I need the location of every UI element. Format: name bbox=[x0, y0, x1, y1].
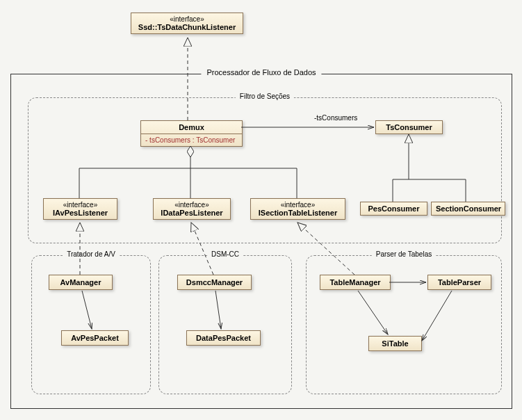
class-name-label: TableParser bbox=[428, 278, 491, 286]
stereotype-label: «interface» bbox=[158, 201, 226, 209]
class-name-label: DsmccManager bbox=[178, 278, 251, 286]
class-name-label: ISectionTableListener bbox=[255, 209, 341, 217]
stereotype-label: «interface» bbox=[48, 201, 113, 209]
class-name-label: DataPesPacket bbox=[187, 334, 260, 342]
stereotype-label: «interface» bbox=[136, 15, 238, 23]
class-ssd-tsdatachunklistener: «interface» Ssd::TsDataChunkListener bbox=[131, 13, 243, 34]
class-sectionconsumer: SectionConsumer bbox=[431, 202, 505, 216]
class-idatapeslistener: «interface» IDataPesListener bbox=[153, 198, 231, 220]
class-attrs: - tsConsumers : TsConsumer bbox=[141, 134, 242, 146]
class-name-label: IAvPesListener bbox=[48, 209, 113, 217]
class-sitable: SiTable bbox=[368, 336, 422, 351]
class-name-label: IDataPesListener bbox=[158, 209, 226, 217]
class-iavpeslistener: «interface» IAvPesListener bbox=[43, 198, 117, 220]
class-pesconsumer: PesConsumer bbox=[360, 202, 427, 216]
class-name-label: SectionConsumer bbox=[436, 204, 500, 213]
class-name-label: Ssd::TsDataChunkListener bbox=[136, 23, 238, 31]
class-avpespacket: AvPesPacket bbox=[61, 330, 129, 346]
class-avmanager: AvManager bbox=[49, 275, 113, 290]
assoc-label-tsconsumers: -tsConsumers bbox=[313, 114, 359, 122]
frame-title-dsmcc: DSM-CC bbox=[207, 250, 243, 258]
class-dsmccmanager: DsmccManager bbox=[177, 275, 252, 290]
frame-title-tratador: Tratador de A/V bbox=[63, 250, 120, 258]
class-isectiontablelistener: «interface» ISectionTableListener bbox=[250, 198, 345, 220]
class-tablemanager: TableManager bbox=[320, 275, 391, 290]
class-name-label: SiTable bbox=[369, 339, 421, 348]
stereotype-label: «interface» bbox=[255, 201, 341, 209]
class-name-label: TsConsumer bbox=[380, 123, 438, 131]
class-name-label: PesConsumer bbox=[365, 204, 423, 213]
class-name-label: AvPesPacket bbox=[62, 334, 128, 342]
class-name-label: AvManager bbox=[49, 278, 112, 286]
class-datapespacket: DataPesPacket bbox=[186, 330, 261, 346]
class-name-label: TableManager bbox=[320, 278, 390, 286]
frame-title-filtro: Filtro de Seções bbox=[236, 92, 294, 100]
class-tableparser: TableParser bbox=[427, 275, 491, 290]
class-demux: Demux - tsConsumers : TsConsumer bbox=[140, 120, 243, 147]
frame-title-processador: Processador de Fluxo de Dados bbox=[201, 68, 321, 76]
frame-title-parser: Parser de Tabelas bbox=[372, 250, 436, 258]
class-tsconsumer: TsConsumer bbox=[375, 120, 443, 134]
class-name-label: Demux bbox=[145, 123, 238, 131]
frame-filtro: Filtro de Seções bbox=[28, 97, 502, 243]
